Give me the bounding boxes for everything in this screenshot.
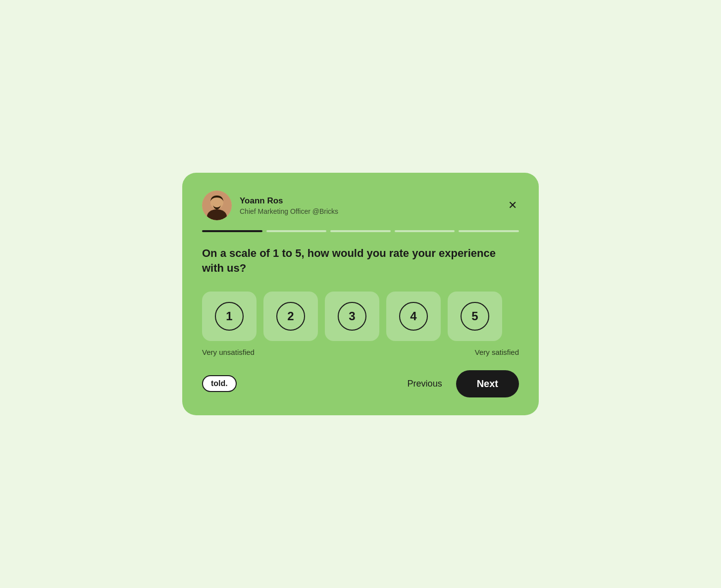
- progress-bar: [202, 230, 519, 232]
- next-button[interactable]: Next: [456, 370, 519, 397]
- rating-section: 1 2 3 4 5 Very unsatisfied Very satisfie…: [202, 292, 519, 356]
- rating-button-5[interactable]: 5: [448, 292, 502, 341]
- rating-labels: Very unsatisfied Very satisfied: [202, 348, 519, 356]
- rating-circle-2: 2: [276, 302, 305, 331]
- card-header: Yoann Ros Chief Marketing Officer @Brick…: [202, 191, 519, 220]
- progress-segment-2: [266, 230, 327, 232]
- rating-button-2[interactable]: 2: [263, 292, 318, 341]
- rating-button-1[interactable]: 1: [202, 292, 257, 341]
- max-label: Very satisfied: [475, 348, 519, 356]
- rating-circle-5: 5: [461, 302, 489, 331]
- user-name: Yoann Ros: [240, 196, 338, 206]
- footer-buttons: Previous Next: [404, 370, 519, 397]
- told-logo: told.: [202, 375, 237, 392]
- rating-button-4[interactable]: 4: [386, 292, 441, 341]
- progress-segment-5: [459, 230, 519, 232]
- rating-button-3[interactable]: 3: [325, 292, 379, 341]
- close-icon: ✕: [508, 200, 517, 211]
- close-button[interactable]: ✕: [506, 198, 519, 213]
- rating-options: 1 2 3 4 5: [202, 292, 519, 341]
- rating-circle-3: 3: [338, 302, 366, 331]
- progress-segment-3: [330, 230, 391, 232]
- user-role: Chief Marketing Officer @Bricks: [240, 207, 338, 215]
- card-footer: told. Previous Next: [202, 370, 519, 397]
- user-info: Yoann Ros Chief Marketing Officer @Brick…: [240, 196, 338, 215]
- user-info-section: Yoann Ros Chief Marketing Officer @Brick…: [202, 191, 338, 220]
- previous-button[interactable]: Previous: [404, 373, 446, 395]
- question-text: On a scale of 1 to 5, how would you rate…: [202, 246, 519, 275]
- survey-card: Yoann Ros Chief Marketing Officer @Brick…: [182, 173, 539, 415]
- progress-segment-1: [202, 230, 262, 232]
- min-label: Very unsatisfied: [202, 348, 255, 356]
- rating-circle-4: 4: [399, 302, 428, 331]
- progress-segment-4: [395, 230, 455, 232]
- avatar: [202, 191, 232, 220]
- logo-text: told.: [211, 379, 228, 388]
- rating-circle-1: 1: [215, 302, 244, 331]
